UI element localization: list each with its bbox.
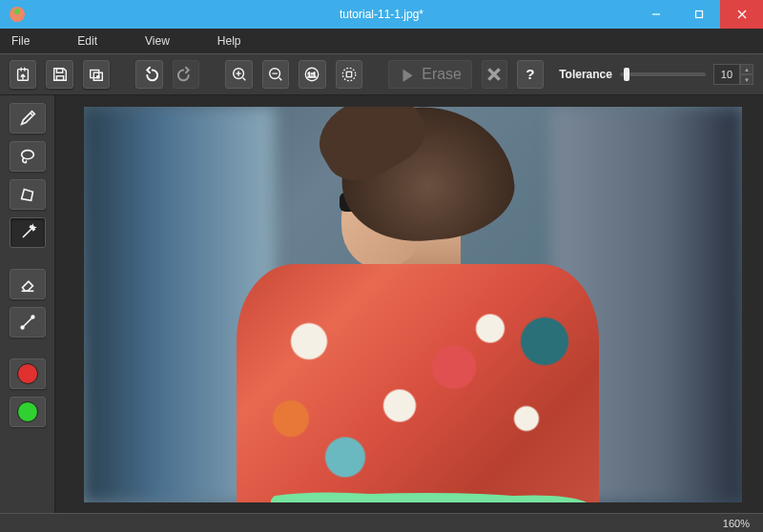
- magic-wand-tool[interactable]: [10, 217, 46, 248]
- zoom-fit-button[interactable]: [336, 60, 362, 89]
- window-controls: [634, 0, 763, 29]
- save-button[interactable]: [46, 60, 72, 89]
- green-dot-icon: [17, 401, 38, 422]
- tolerance-up[interactable]: ▲: [740, 64, 753, 74]
- erase-label: Erase: [422, 66, 462, 83]
- tolerance-value[interactable]: 10: [713, 64, 740, 85]
- workspace: [0, 95, 763, 513]
- polygon-tool[interactable]: [10, 179, 46, 210]
- green-marker-color[interactable]: [10, 397, 46, 427]
- titlebar[interactable]: tutorial-11-1.jpg*: [0, 0, 763, 29]
- line-tool[interactable]: [10, 307, 46, 338]
- svg-rect-3: [695, 11, 702, 18]
- tools-sidebar: [0, 95, 55, 513]
- image-subject: [227, 107, 608, 502]
- zoom-actual-button[interactable]: 1:1: [299, 60, 325, 89]
- slider-thumb[interactable]: [624, 68, 629, 81]
- svg-point-1: [14, 9, 20, 14]
- svg-rect-17: [346, 72, 351, 76]
- toolbar: 1:1 Erase ? Tolerance 10 ▲ ▼: [0, 53, 763, 95]
- tolerance-control: Tolerance 10 ▲ ▼: [559, 64, 753, 85]
- tolerance-spinner: 10 ▲ ▼: [713, 64, 753, 85]
- selection-mask: [256, 488, 618, 502]
- menu-file[interactable]: File: [11, 34, 30, 48]
- compare-button[interactable]: [83, 60, 110, 89]
- menu-edit[interactable]: Edit: [77, 34, 97, 48]
- close-button[interactable]: [720, 0, 763, 29]
- erase-button[interactable]: Erase: [388, 60, 472, 89]
- zoom-in-button[interactable]: [225, 60, 252, 89]
- zoom-out-button[interactable]: [262, 60, 289, 89]
- window-title: tutorial-11-1.jpg*: [340, 8, 423, 21]
- marker-tool[interactable]: [10, 103, 46, 133]
- tolerance-slider[interactable]: [620, 72, 706, 76]
- menubar: File Edit View Help: [0, 29, 763, 53]
- svg-text:?: ?: [526, 66, 534, 82]
- minimize-button[interactable]: [634, 0, 677, 29]
- svg-text:1:1: 1:1: [308, 72, 317, 78]
- menu-view[interactable]: View: [145, 34, 170, 48]
- svg-point-19: [22, 151, 34, 159]
- eraser-tool[interactable]: [10, 269, 46, 299]
- open-button[interactable]: [10, 60, 36, 89]
- image-canvas[interactable]: [84, 107, 742, 502]
- tolerance-label: Tolerance: [559, 68, 612, 81]
- svg-point-11: [97, 76, 99, 78]
- red-marker-color[interactable]: [10, 358, 46, 389]
- menu-help[interactable]: Help: [217, 34, 241, 48]
- zoom-level: 160%: [723, 518, 750, 529]
- help-button[interactable]: ?: [517, 60, 544, 89]
- statusbar: 160%: [0, 513, 763, 532]
- svg-point-16: [342, 68, 356, 81]
- maximize-button[interactable]: [677, 0, 720, 29]
- svg-rect-7: [56, 69, 62, 73]
- undo-button[interactable]: [135, 60, 162, 89]
- canvas-area: [55, 95, 763, 513]
- cancel-button[interactable]: [482, 60, 507, 89]
- lasso-tool[interactable]: [10, 141, 46, 172]
- app-icon: [8, 5, 27, 24]
- red-dot-icon: [17, 363, 38, 384]
- redo-button[interactable]: [173, 60, 199, 89]
- tolerance-down[interactable]: ▼: [740, 74, 753, 85]
- svg-rect-8: [56, 76, 63, 81]
